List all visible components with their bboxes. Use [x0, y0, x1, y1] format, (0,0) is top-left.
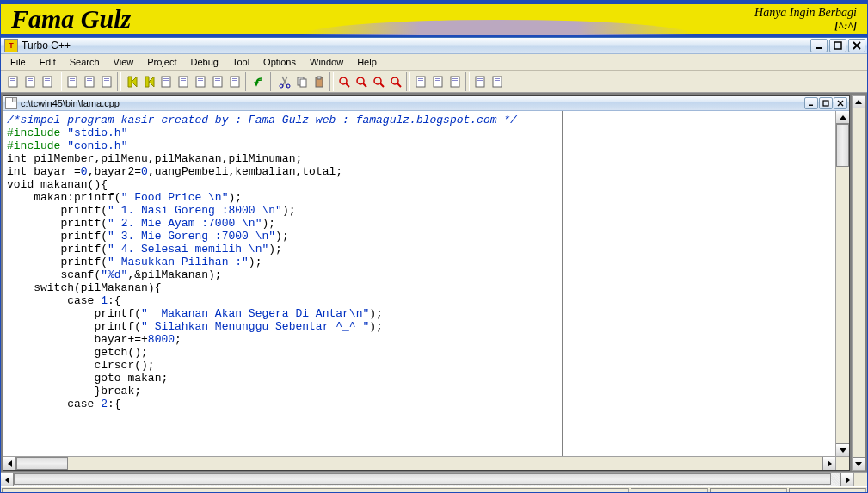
toolbar-window-list-icon[interactable]	[489, 73, 506, 90]
menu-search[interactable]: Search	[64, 55, 106, 69]
menu-view[interactable]: View	[108, 55, 140, 69]
menu-window[interactable]: Window	[304, 55, 349, 69]
svg-rect-15	[87, 78, 92, 79]
svg-rect-22	[163, 80, 169, 81]
svg-point-44	[391, 77, 398, 84]
svg-rect-24	[181, 78, 186, 79]
toolbar-save-file-icon[interactable]	[39, 73, 56, 90]
toolbar-search-fwd-icon[interactable]	[387, 73, 404, 90]
editor-horizontal-scrollbar[interactable]	[3, 456, 849, 470]
svg-rect-46	[418, 78, 423, 79]
ws-scroll-right-button[interactable]	[840, 473, 853, 486]
svg-rect-32	[231, 77, 239, 87]
svg-rect-8	[43, 77, 52, 87]
toolbar-new-file-icon[interactable]	[4, 73, 22, 90]
maximize-button[interactable]	[829, 39, 846, 52]
ws-scroll-corner	[853, 473, 867, 486]
doc-close-button[interactable]	[834, 97, 847, 109]
document-window: c:\tcwin45\bin\fama.cpp /*simpel program…	[3, 95, 850, 471]
scroll-thumb-h[interactable]	[16, 457, 68, 470]
toolbar-project-b-icon[interactable]	[81, 73, 98, 90]
doc-minimize-button[interactable]	[804, 97, 818, 109]
toolbar-trace-icon[interactable]	[209, 73, 226, 90]
toolbar-search-back-icon[interactable]	[370, 73, 387, 90]
toolbar-compile-icon[interactable]	[140, 73, 157, 90]
svg-rect-49	[435, 78, 440, 79]
toolbar-cut-icon[interactable]	[276, 73, 293, 90]
toolbar-step-out-icon[interactable]	[192, 73, 209, 90]
close-button[interactable]	[848, 39, 865, 52]
app-icon: T	[4, 39, 18, 52]
svg-rect-30	[215, 78, 220, 79]
toolbar-breakpoint-icon[interactable]	[226, 73, 243, 90]
editor-vertical-scrollbar[interactable]	[835, 111, 849, 456]
svg-rect-33	[232, 78, 237, 79]
svg-rect-54	[476, 77, 484, 87]
toolbar-open-file-icon[interactable]	[22, 73, 39, 90]
code-editor[interactable]: /*simpel program kasir created by : Fama…	[3, 111, 563, 456]
toolbar-search-icon[interactable]	[336, 73, 353, 90]
svg-point-43	[374, 77, 381, 84]
editor-right-pane	[563, 111, 835, 456]
svg-rect-0	[816, 47, 822, 49]
scroll-thumb[interactable]	[836, 124, 849, 167]
toolbar-project-a-icon[interactable]	[64, 73, 81, 90]
window-titlebar[interactable]: T Turbo C++	[1, 37, 867, 54]
document-titlebar[interactable]: c:\tcwin45\bin\fama.cpp	[3, 96, 849, 111]
toolbar-tool-a-icon[interactable]	[412, 73, 429, 90]
doc-maximize-button[interactable]	[819, 97, 833, 109]
mdi-workspace: c:\tcwin45\bin\fama.cpp /*simpel program…	[1, 93, 867, 472]
toolbar-undo-icon[interactable]	[251, 73, 268, 90]
toolbar-tool-b-icon[interactable]	[429, 73, 446, 90]
ws-scroll-up-button[interactable]	[853, 96, 865, 108]
svg-rect-61	[823, 101, 828, 106]
workspace-horizontal-scrollbar[interactable]	[1, 472, 867, 486]
toolbar-window-tile-icon[interactable]	[471, 73, 489, 90]
svg-rect-13	[70, 80, 75, 81]
menu-file[interactable]: File	[4, 55, 32, 69]
scroll-right-button[interactable]	[822, 457, 835, 470]
toolbar-project-c-icon[interactable]	[98, 73, 115, 90]
toolbar-run-icon[interactable]	[123, 73, 140, 90]
toolbar-step-into-icon[interactable]	[175, 73, 192, 90]
toolbar-paste-icon[interactable]	[311, 73, 328, 90]
scroll-up-button[interactable]	[836, 111, 849, 124]
menu-help[interactable]: Help	[351, 55, 383, 69]
scroll-left-button[interactable]	[3, 457, 16, 470]
ws-scroll-left-button[interactable]	[1, 473, 14, 486]
ws-scroll-thumb-h[interactable]	[14, 473, 831, 485]
menu-edit[interactable]: Edit	[34, 55, 62, 69]
toolbar-replace-icon[interactable]	[353, 73, 370, 90]
toolbar-copy-icon[interactable]	[293, 73, 311, 90]
svg-rect-56	[477, 80, 483, 81]
banner-tagline: Hanya Ingin Berbagi	[754, 6, 857, 20]
svg-rect-58	[495, 78, 500, 79]
blog-logo: Fama Gulz	[11, 4, 131, 34]
toolbar-tool-c-icon[interactable]	[446, 73, 464, 90]
svg-rect-55	[477, 78, 483, 79]
toolbar-step-over-icon[interactable]	[157, 73, 175, 90]
status-modified: Modified	[789, 488, 866, 493]
window-title: Turbo C++	[22, 40, 810, 52]
svg-rect-34	[232, 80, 237, 81]
menu-project[interactable]: Project	[141, 55, 182, 69]
svg-rect-9	[45, 78, 50, 79]
minimize-button[interactable]	[810, 39, 828, 52]
menu-tool[interactable]: Tool	[226, 55, 255, 69]
svg-rect-17	[102, 77, 111, 87]
svg-rect-12	[70, 78, 75, 79]
scroll-down-button[interactable]	[836, 443, 849, 456]
svg-rect-53	[452, 80, 458, 81]
svg-rect-3	[10, 78, 15, 79]
svg-rect-23	[179, 77, 188, 87]
menu-debug[interactable]: Debug	[184, 55, 224, 69]
menu-options[interactable]: Options	[257, 55, 302, 69]
svg-rect-50	[435, 80, 440, 81]
svg-rect-27	[198, 78, 203, 79]
workspace-vertical-scrollbar[interactable]	[852, 95, 865, 471]
status-message	[2, 488, 629, 493]
svg-rect-29	[213, 77, 222, 87]
banner-emote: [^:^]	[754, 20, 857, 33]
svg-rect-2	[9, 77, 17, 87]
ws-scroll-down-button[interactable]	[853, 457, 865, 470]
